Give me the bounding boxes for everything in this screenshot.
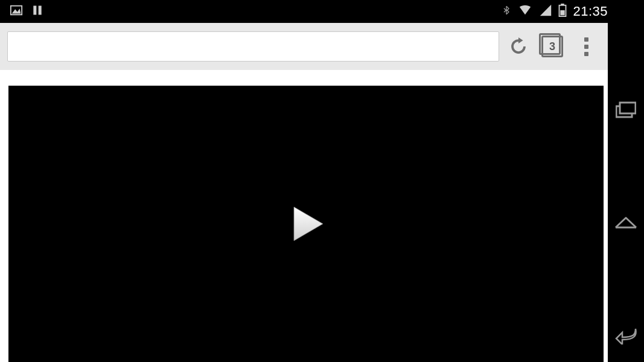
svg-marker-8 — [294, 207, 323, 241]
home-icon — [614, 215, 637, 230]
browser-toolbar: 3 — [0, 23, 608, 71]
url-input[interactable] — [7, 31, 499, 62]
signal-icon — [539, 4, 552, 19]
tabs-button[interactable]: 3 — [538, 32, 567, 61]
bluetooth-icon — [502, 3, 511, 20]
svg-rect-2 — [33, 6, 36, 15]
page-content — [0, 70, 608, 362]
svg-rect-3 — [39, 6, 42, 15]
reload-icon — [509, 37, 528, 56]
back-icon — [615, 326, 637, 345]
svg-rect-6 — [561, 10, 565, 15]
svg-rect-10 — [620, 103, 636, 113]
browser-chrome: 3 — [0, 23, 608, 71]
play-icon — [282, 200, 330, 248]
wifi-icon — [517, 4, 533, 19]
screenshot-icon — [10, 4, 23, 19]
menu-icon — [584, 37, 588, 56]
back-button[interactable] — [614, 323, 638, 348]
tabs-count: 3 — [549, 40, 555, 53]
menu-button[interactable] — [572, 32, 601, 61]
pause-icon — [31, 4, 43, 19]
recent-apps-button[interactable] — [614, 98, 638, 122]
status-bar: 21:35 — [0, 0, 644, 23]
battery-icon — [558, 4, 567, 19]
reload-button[interactable] — [504, 32, 533, 61]
home-button[interactable] — [614, 211, 638, 235]
tabs-icon: 3 — [541, 36, 563, 57]
system-nav-bar — [608, 23, 644, 362]
recent-apps-icon — [616, 101, 636, 118]
clock: 21:35 — [573, 4, 608, 19]
svg-rect-5 — [561, 4, 565, 5]
svg-marker-1 — [12, 8, 21, 13]
video-player[interactable] — [8, 86, 604, 362]
svg-marker-7 — [518, 37, 523, 43]
